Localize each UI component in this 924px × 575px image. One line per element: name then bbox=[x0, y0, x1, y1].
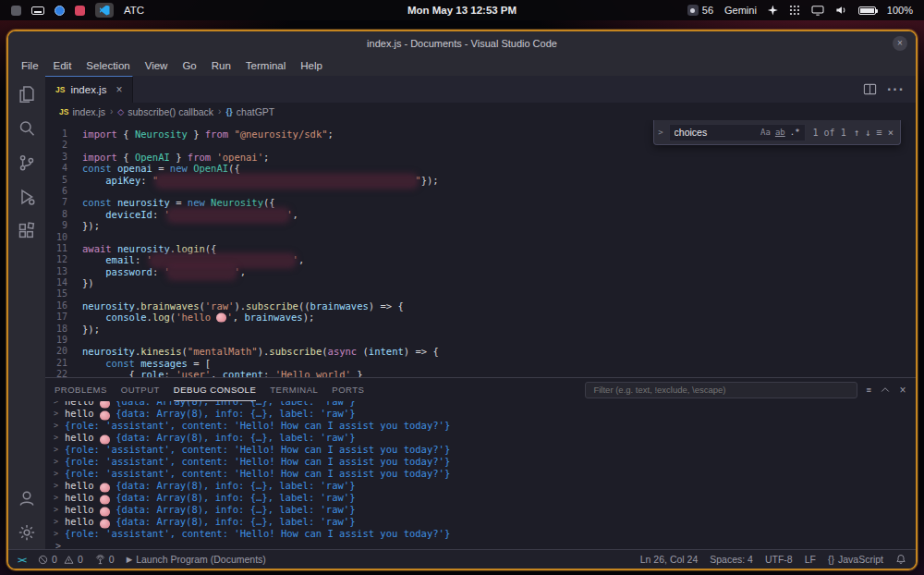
menu-edit[interactable]: Edit bbox=[46, 60, 79, 71]
console-log-line[interactable]: >{role: 'assistant', content: 'Hello! Ho… bbox=[54, 444, 916, 456]
code-line[interactable]: 19 bbox=[45, 335, 916, 346]
code-line[interactable]: 21 const messages = [ bbox=[45, 358, 916, 369]
notifications-bell-icon[interactable] bbox=[895, 554, 906, 565]
menu-extra-icon[interactable] bbox=[11, 6, 21, 16]
explorer-icon[interactable] bbox=[18, 85, 36, 104]
menubar-clock[interactable]: Mon May 13 12:53 PM bbox=[407, 5, 517, 16]
close-panel-icon[interactable]: × bbox=[899, 384, 906, 397]
code-line[interactable]: 3import { OpenAI } from 'openai'; bbox=[45, 152, 916, 163]
red-app-icon[interactable] bbox=[75, 6, 85, 16]
blue-app-icon[interactable] bbox=[55, 6, 65, 16]
indentation[interactable]: Spaces: 4 bbox=[710, 554, 753, 565]
code-line[interactable]: 14}) bbox=[45, 277, 916, 288]
panel-tab-debug-console[interactable]: DEBUG CONSOLE bbox=[174, 378, 256, 401]
console-log-line[interactable]: >{role: 'assistant', content: 'Hello! Ho… bbox=[54, 456, 916, 468]
maximize-panel-icon[interactable] bbox=[880, 385, 891, 396]
panel-tab-terminal[interactable]: TERMINAL bbox=[270, 378, 318, 401]
tab-close-icon[interactable]: × bbox=[116, 83, 122, 96]
search-icon[interactable] bbox=[18, 119, 36, 138]
launch-program-button[interactable]: ▶ Launch Program (Documents) bbox=[127, 554, 266, 565]
code-line[interactable]: 11await neurosity.login({ bbox=[45, 243, 916, 254]
language-mode[interactable]: {} JavaScript bbox=[828, 554, 883, 565]
vscode-menubar-icon[interactable] bbox=[95, 3, 114, 18]
toggle-replace-icon[interactable]: > bbox=[658, 128, 663, 137]
expand-twisty-icon[interactable]: > bbox=[54, 420, 65, 432]
code-line[interactable]: 17 console.log('hello ', brainwaves); bbox=[45, 312, 916, 323]
eol-indicator[interactable]: LF bbox=[805, 554, 816, 565]
volume-icon[interactable] bbox=[835, 5, 847, 16]
ports-indicator[interactable]: 0 bbox=[95, 554, 115, 565]
panel-tab-ports[interactable]: PORTS bbox=[332, 378, 364, 401]
breadcrumb-item[interactable]: ◇subscribe() callback bbox=[117, 106, 213, 117]
meeting-indicator[interactable]: 56 bbox=[687, 5, 713, 16]
filter-icon[interactable]: ≡ bbox=[866, 385, 871, 395]
expand-twisty-icon[interactable]: > bbox=[54, 444, 65, 456]
run-debug-icon[interactable] bbox=[18, 188, 36, 206]
breadcrumb-item[interactable]: JSindex.js bbox=[59, 106, 105, 117]
find-input[interactable] bbox=[675, 127, 756, 138]
console-log-line[interactable]: >{role: 'assistant', content: 'Hello! Ho… bbox=[54, 468, 916, 480]
expand-twisty-icon[interactable]: > bbox=[54, 492, 65, 504]
expand-twisty-icon[interactable]: > bbox=[54, 468, 65, 480]
problems-indicator[interactable]: 0 0 bbox=[38, 554, 83, 565]
code-line[interactable]: 22 { role: 'user', content: 'Hello world… bbox=[45, 369, 916, 377]
account-icon[interactable] bbox=[18, 489, 36, 508]
window-close-button[interactable]: × bbox=[893, 36, 907, 51]
expand-twisty-icon[interactable]: > bbox=[54, 401, 65, 408]
code-line[interactable]: 10 bbox=[45, 232, 916, 243]
code-line[interactable]: 20neurosity.kinesis("mentalMath").subscr… bbox=[45, 346, 916, 357]
sparkle-icon[interactable] bbox=[768, 6, 778, 16]
window-titlebar[interactable]: index.js - Documents - Visual Studio Cod… bbox=[8, 31, 916, 55]
split-editor-icon[interactable] bbox=[863, 82, 877, 96]
menu-selection[interactable]: Selection bbox=[79, 60, 137, 71]
regex-icon[interactable]: .* bbox=[790, 128, 800, 137]
code-line[interactable]: 13 password: '', bbox=[45, 266, 916, 277]
console-log-line[interactable]: >hello {data: Array(8), info: {…}, label… bbox=[54, 432, 916, 444]
expand-twisty-icon[interactable]: > bbox=[54, 528, 65, 540]
remote-indicator[interactable]: >< bbox=[18, 555, 26, 565]
code-line[interactable]: 18}); bbox=[45, 324, 916, 335]
breadcrumb-item[interactable]: {}chatGPT bbox=[225, 106, 274, 117]
find-close-icon[interactable]: × bbox=[888, 127, 894, 138]
debug-console[interactable]: >hello {data: Array(8), info: {…}, label… bbox=[45, 401, 916, 549]
console-log-line[interactable]: >hello {data: Array(8), info: {…}, label… bbox=[54, 492, 916, 504]
keyboard-input-icon[interactable] bbox=[31, 6, 44, 15]
tab-index-js[interactable]: JS index.js × bbox=[45, 76, 133, 103]
cursor-position[interactable]: Ln 26, Col 24 bbox=[640, 554, 698, 565]
expand-twisty-icon[interactable]: > bbox=[54, 504, 65, 516]
settings-gear-icon[interactable] bbox=[18, 523, 36, 542]
console-log-line[interactable]: >hello {data: Array(8), info: {…}, label… bbox=[54, 504, 916, 516]
menu-view[interactable]: View bbox=[138, 60, 176, 71]
console-filter-input[interactable] bbox=[591, 384, 851, 396]
console-log-line[interactable]: >{role: 'assistant', content: 'Hello! Ho… bbox=[54, 528, 916, 540]
menu-go[interactable]: Go bbox=[175, 60, 203, 71]
menu-file[interactable]: File bbox=[14, 60, 46, 71]
code-line[interactable]: 7const neurosity = new Neurosity({ bbox=[45, 197, 916, 208]
console-input-prompt[interactable]: > bbox=[54, 540, 916, 549]
code-line[interactable]: 12 email: '', bbox=[45, 254, 916, 265]
encoding[interactable]: UTF-8 bbox=[765, 554, 793, 565]
code-line[interactable]: 8 deviceId: '', bbox=[45, 209, 916, 220]
console-log-line[interactable]: >{role: 'assistant', content: 'Hello! Ho… bbox=[54, 420, 916, 432]
extensions-icon[interactable] bbox=[18, 222, 36, 240]
display-icon[interactable] bbox=[811, 5, 824, 16]
find-previous-icon[interactable]: ↑ bbox=[854, 127, 859, 138]
expand-twisty-icon[interactable]: > bbox=[54, 432, 65, 444]
active-app-name[interactable]: ATC bbox=[124, 5, 144, 16]
code-line[interactable]: 16neurosity.brainwaves('raw').subscribe(… bbox=[45, 300, 916, 312]
console-log-line[interactable]: >hello {data: Array(8), info: {…}, label… bbox=[54, 516, 916, 528]
console-log-line[interactable]: >hello {data: Array(8), info: {…}, label… bbox=[54, 408, 916, 420]
expand-twisty-icon[interactable]: > bbox=[54, 408, 65, 420]
find-next-icon[interactable]: ↓ bbox=[865, 127, 870, 138]
expand-twisty-icon[interactable]: > bbox=[54, 516, 65, 528]
code-line[interactable]: 6 bbox=[45, 186, 916, 197]
panel-tab-problems[interactable]: PROBLEMS bbox=[55, 378, 107, 401]
expand-twisty-icon[interactable]: > bbox=[54, 456, 65, 468]
code-line[interactable]: 9}); bbox=[45, 220, 916, 231]
whole-word-icon[interactable]: ab bbox=[775, 128, 785, 137]
console-log-line[interactable]: >hello {data: Array(8), info: {…}, label… bbox=[54, 480, 916, 492]
menu-help[interactable]: Help bbox=[293, 60, 330, 71]
expand-twisty-icon[interactable]: > bbox=[54, 480, 65, 492]
code-line[interactable]: 4const openai = new OpenAI({ bbox=[45, 163, 916, 174]
source-control-icon[interactable] bbox=[18, 153, 36, 172]
